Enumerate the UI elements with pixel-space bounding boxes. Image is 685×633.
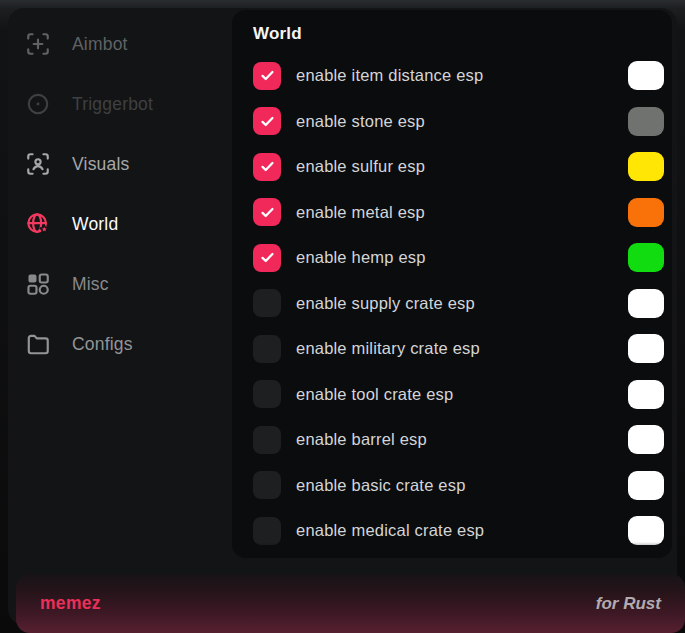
- checkbox-label: enable medical crate esp: [296, 521, 628, 540]
- checkbox[interactable]: [253, 62, 281, 90]
- triggerbot-icon: [25, 91, 51, 117]
- sidebar-item-label: Aimbot: [72, 34, 128, 55]
- checkbox-label: enable hemp esp: [296, 248, 628, 267]
- sidebar-item-configs[interactable]: Configs: [8, 314, 232, 374]
- sidebar-item-label: World: [72, 214, 118, 235]
- sidebar-item-label: Visuals: [72, 154, 130, 175]
- esp-row-tool-crate: enable tool crate esp: [232, 372, 672, 418]
- checkbox-label: enable item distance esp: [296, 66, 628, 85]
- checkbox[interactable]: [253, 107, 281, 135]
- brand-suffix: for Rust: [596, 594, 661, 614]
- esp-row-partial: [232, 554, 672, 559]
- esp-row-barrel: enable barrel esp: [232, 417, 672, 463]
- checkbox[interactable]: [253, 426, 281, 454]
- aimbot-icon: [25, 31, 51, 57]
- checkbox[interactable]: [253, 289, 281, 317]
- world-icon: [25, 211, 51, 237]
- checkbox[interactable]: [253, 517, 281, 545]
- color-swatch[interactable]: [628, 289, 664, 318]
- sidebar-item-label: Misc: [72, 274, 109, 295]
- checkbox[interactable]: [253, 335, 281, 363]
- sidebar-item-aimbot[interactable]: Aimbot: [8, 14, 232, 74]
- checkbox-label: enable tool crate esp: [296, 385, 628, 404]
- esp-row-supply-crate: enable supply crate esp: [232, 281, 672, 327]
- esp-row-metal: enable metal esp: [232, 190, 672, 236]
- world-settings-panel: World enable item distance esp enable st…: [232, 10, 672, 558]
- sidebar: Aimbot Triggerbot Visuals: [8, 14, 232, 374]
- color-swatch[interactable]: [628, 471, 664, 500]
- sidebar-item-world[interactable]: World: [8, 194, 232, 254]
- esp-row-sulfur: enable sulfur esp: [232, 144, 672, 190]
- esp-row-military-crate: enable military crate esp: [232, 326, 672, 372]
- panel-title: World: [253, 24, 672, 44]
- esp-row-basic-crate: enable basic crate esp: [232, 463, 672, 509]
- esp-row-stone: enable stone esp: [232, 99, 672, 145]
- color-swatch[interactable]: [628, 334, 664, 363]
- checkbox-label: enable sulfur esp: [296, 157, 628, 176]
- checkbox-label: enable supply crate esp: [296, 294, 628, 313]
- checkbox[interactable]: [253, 380, 281, 408]
- color-swatch[interactable]: [628, 152, 664, 181]
- checkbox-label: enable stone esp: [296, 112, 628, 131]
- checkbox-label: enable barrel esp: [296, 430, 628, 449]
- visuals-icon: [25, 151, 51, 177]
- esp-row-item-distance: enable item distance esp: [232, 53, 672, 99]
- footer-bar: memez for Rust: [16, 574, 685, 633]
- configs-icon: [25, 331, 51, 357]
- color-swatch[interactable]: [628, 107, 664, 136]
- checkbox[interactable]: [253, 153, 281, 181]
- esp-options-list: enable item distance esp enable stone es…: [232, 53, 672, 558]
- sidebar-item-triggerbot[interactable]: Triggerbot: [8, 74, 232, 134]
- sidebar-item-visuals[interactable]: Visuals: [8, 134, 232, 194]
- color-swatch[interactable]: [628, 61, 664, 90]
- checkbox[interactable]: [253, 471, 281, 499]
- color-swatch[interactable]: [628, 198, 664, 227]
- brand-name: memez: [40, 593, 101, 614]
- misc-icon: [25, 271, 51, 297]
- sidebar-item-label: Triggerbot: [72, 94, 153, 115]
- checkbox[interactable]: [253, 198, 281, 226]
- esp-row-medical-crate: enable medical crate esp: [232, 508, 672, 554]
- checkbox[interactable]: [253, 244, 281, 272]
- color-swatch[interactable]: [628, 425, 664, 454]
- color-swatch[interactable]: [628, 243, 664, 272]
- color-swatch[interactable]: [628, 380, 664, 409]
- esp-row-hemp: enable hemp esp: [232, 235, 672, 281]
- checkbox-label: enable metal esp: [296, 203, 628, 222]
- color-swatch[interactable]: [628, 516, 664, 545]
- cheat-menu-window: Aimbot Triggerbot Visuals: [8, 8, 677, 625]
- sidebar-item-label: Configs: [72, 334, 133, 355]
- checkbox-label: enable basic crate esp: [296, 476, 628, 495]
- checkbox-label: enable military crate esp: [296, 339, 628, 358]
- sidebar-item-misc[interactable]: Misc: [8, 254, 232, 314]
